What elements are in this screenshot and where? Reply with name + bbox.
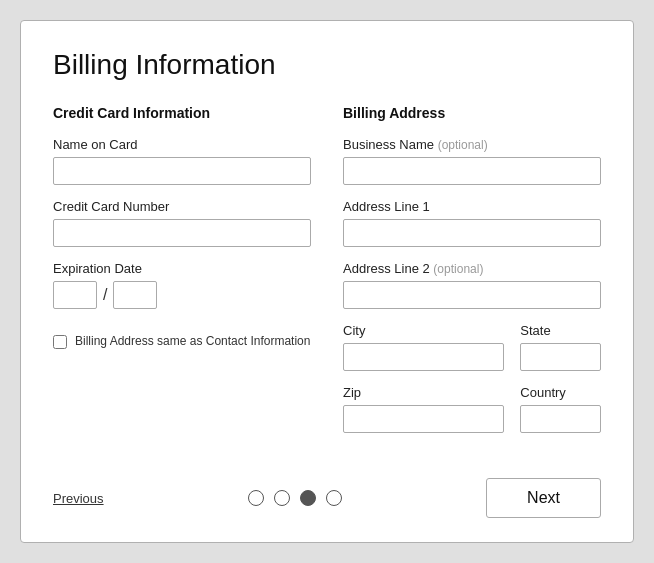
business-name-label: Business Name (optional) xyxy=(343,137,601,152)
state-input[interactable] xyxy=(520,343,601,371)
pagination-dot-1 xyxy=(248,490,264,506)
address-line2-input[interactable] xyxy=(343,281,601,309)
business-name-input[interactable] xyxy=(343,157,601,185)
expiry-slash: / xyxy=(103,286,107,304)
country-input[interactable] xyxy=(520,405,601,433)
zip-input[interactable] xyxy=(343,405,504,433)
footer: Previous Next xyxy=(53,468,601,518)
city-input[interactable] xyxy=(343,343,504,371)
billing-same-label: Billing Address same as Contact Informat… xyxy=(75,333,310,350)
city-label: City xyxy=(343,323,504,338)
address-line1-input[interactable] xyxy=(343,219,601,247)
name-on-card-input[interactable] xyxy=(53,157,311,185)
billing-address-column: Billing Address Business Name (optional)… xyxy=(343,105,601,450)
business-name-group: Business Name (optional) xyxy=(343,137,601,185)
state-field: State xyxy=(520,323,601,371)
expiration-date-label: Expiration Date xyxy=(53,261,311,276)
expiration-date-group: Expiration Date / xyxy=(53,261,311,309)
pagination-dot-4 xyxy=(326,490,342,506)
next-button[interactable]: Next xyxy=(486,478,601,518)
credit-card-number-group: Credit Card Number xyxy=(53,199,311,247)
name-on-card-group: Name on Card xyxy=(53,137,311,185)
city-state-row: City State xyxy=(343,323,601,371)
expiry-month-input[interactable] xyxy=(53,281,97,309)
expiry-row: / xyxy=(53,281,311,309)
zip-field: Zip xyxy=(343,385,504,433)
expiry-year-input[interactable] xyxy=(113,281,157,309)
billing-same-checkbox[interactable] xyxy=(53,335,67,349)
address-line2-label: Address Line 2 (optional) xyxy=(343,261,601,276)
state-label: State xyxy=(520,323,601,338)
pagination xyxy=(248,490,342,506)
city-field: City xyxy=(343,323,504,371)
page-title: Billing Information xyxy=(53,49,601,81)
country-label: Country xyxy=(520,385,601,400)
address-line1-label: Address Line 1 xyxy=(343,199,601,214)
credit-card-section-title: Credit Card Information xyxy=(53,105,311,121)
address-line1-group: Address Line 1 xyxy=(343,199,601,247)
pagination-dot-3 xyxy=(300,490,316,506)
credit-card-number-input[interactable] xyxy=(53,219,311,247)
billing-card: Billing Information Credit Card Informat… xyxy=(20,20,634,543)
country-field: Country xyxy=(520,385,601,433)
pagination-dot-2 xyxy=(274,490,290,506)
form-body: Credit Card Information Name on Card Cre… xyxy=(53,105,601,450)
billing-same-checkbox-row: Billing Address same as Contact Informat… xyxy=(53,333,311,350)
address-line2-group: Address Line 2 (optional) xyxy=(343,261,601,309)
name-on-card-label: Name on Card xyxy=(53,137,311,152)
credit-card-column: Credit Card Information Name on Card Cre… xyxy=(53,105,311,450)
zip-country-row: Zip Country xyxy=(343,385,601,433)
zip-label: Zip xyxy=(343,385,504,400)
previous-button[interactable]: Previous xyxy=(53,491,104,506)
billing-address-section-title: Billing Address xyxy=(343,105,601,121)
credit-card-number-label: Credit Card Number xyxy=(53,199,311,214)
